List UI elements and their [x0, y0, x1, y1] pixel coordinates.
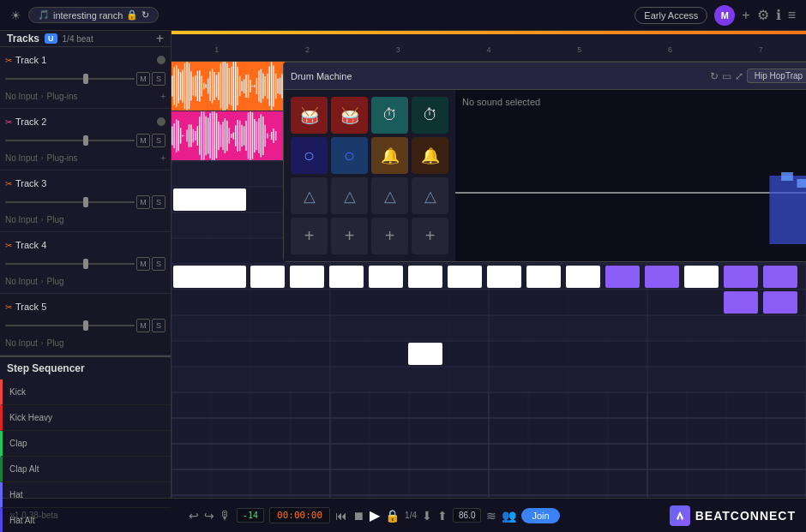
pad-bass1[interactable]: ○	[291, 137, 328, 174]
add-plugin-1[interactable]: +	[160, 92, 165, 101]
top-bar: ☀ 🎵 interesting ranch 🔒 ↻ Early Access M…	[0, 0, 806, 31]
mute-button-2[interactable]: M	[136, 134, 150, 147]
pad-cymbal1[interactable]: △	[291, 177, 328, 214]
fader-3[interactable]	[5, 201, 135, 203]
svg-rect-5	[182, 69, 183, 102]
svg-rect-13	[199, 70, 200, 102]
add-track-button[interactable]: +	[156, 31, 164, 46]
fader-4[interactable]	[5, 263, 135, 265]
plugin-label-5: Plug	[46, 338, 63, 348]
fader-1[interactable]	[5, 78, 135, 80]
solo-button-3[interactable]: S	[152, 195, 165, 209]
input-arrow-2[interactable]: ›	[41, 154, 44, 162]
svg-rect-308	[189, 124, 189, 147]
avatar[interactable]: M	[714, 5, 735, 26]
mute-button-1[interactable]: M	[136, 72, 150, 86]
track-fader-row-3: M S	[5, 194, 165, 210]
track-fader-row-5: M S	[5, 318, 165, 333]
settings-button[interactable]: ⚙	[757, 7, 769, 23]
solo-button-2[interactable]: S	[152, 134, 165, 147]
input-arrow-5[interactable]: ›	[41, 339, 44, 347]
pad-cymbal2[interactable]: △	[331, 177, 368, 214]
sun-icon: ☀	[10, 9, 21, 22]
mute-button-3[interactable]: M	[136, 195, 150, 209]
undo-button[interactable]: ↩	[189, 509, 199, 523]
input-arrow-1[interactable]: ›	[41, 93, 44, 100]
dm-refresh-icon[interactable]: ↻	[710, 70, 719, 82]
svg-rect-637	[408, 343, 442, 365]
time-display: 00:00:00	[269, 507, 330, 523]
pad-add-3[interactable]: +	[371, 218, 408, 254]
play-button[interactable]: ▶	[370, 507, 380, 523]
share-button[interactable]: ⬆	[437, 509, 448, 523]
svg-rect-633	[763, 266, 797, 288]
solo-button-5[interactable]: S	[152, 319, 165, 332]
svg-rect-49	[275, 74, 276, 99]
pad-add-4[interactable]: +	[412, 218, 448, 254]
rewind-button[interactable]: ⏮	[335, 509, 347, 523]
people-button[interactable]: 👥	[502, 509, 516, 523]
svg-rect-17	[208, 79, 208, 94]
svg-rect-1	[173, 68, 174, 105]
pad-hat2[interactable]: ⏱	[412, 97, 448, 134]
lock-button[interactable]: 🔒	[385, 509, 400, 523]
svg-rect-50	[277, 79, 278, 93]
input-label-1: No Input	[5, 92, 38, 101]
wave-button[interactable]: ≋	[486, 509, 496, 523]
svg-rect-37	[250, 80, 250, 93]
fader-5[interactable]	[5, 325, 135, 326]
svg-rect-342	[261, 115, 262, 158]
svg-rect-18	[209, 71, 210, 101]
pad-kick2[interactable]: 🥁	[331, 97, 368, 134]
input-arrow-3[interactable]: ›	[41, 216, 44, 224]
export-button[interactable]: ⬇	[422, 509, 432, 523]
pad-add-1[interactable]: +	[291, 218, 328, 254]
pad-perc1[interactable]: 🔔	[371, 137, 408, 174]
svg-rect-42	[261, 69, 262, 103]
mute-button-5[interactable]: M	[136, 319, 150, 332]
svg-rect-46	[268, 66, 269, 105]
add-plugin-2[interactable]: +	[160, 153, 165, 163]
dm-minimize-icon[interactable]: ▭	[722, 70, 731, 82]
bpm-display: 86.0	[453, 508, 481, 523]
track-fader-row-4: M S	[5, 256, 165, 272]
svg-rect-631	[684, 266, 719, 288]
svg-rect-31	[237, 67, 238, 105]
info-button[interactable]: ℹ	[776, 7, 781, 23]
dm-header: Drum Machine ↻ ▭ ⤢ Hip HopTrap ▼ › ✕	[284, 63, 806, 90]
mic-button[interactable]: 🎙	[220, 509, 232, 523]
menu-button[interactable]: ≡	[788, 8, 796, 23]
svg-rect-329	[233, 133, 234, 140]
pad-kick1[interactable]: 🥁	[291, 97, 328, 134]
svg-rect-336	[248, 112, 249, 158]
plugin-label-2: Plug-ins	[46, 153, 77, 163]
track-icon-5: ✂	[5, 302, 12, 312]
svg-rect-300	[171, 127, 172, 146]
svg-rect-629	[605, 266, 640, 288]
svg-rect-349	[275, 131, 276, 140]
project-tab[interactable]: 🎵 interesting ranch 🔒 ↻	[28, 7, 159, 23]
svg-rect-303	[177, 121, 178, 151]
svg-rect-323	[220, 124, 221, 146]
mute-button-4[interactable]: M	[136, 257, 150, 271]
input-arrow-4[interactable]: ›	[41, 278, 44, 285]
track-row1-2: ✂ Track 2	[5, 112, 165, 131]
pad-cymbal4[interactable]: △	[412, 177, 448, 214]
pad-perc2[interactable]: 🔔	[412, 137, 448, 174]
join-button[interactable]: Join	[521, 508, 559, 523]
solo-button-4[interactable]: S	[152, 257, 165, 271]
redo-button[interactable]: ↪	[204, 509, 214, 523]
pad-add-2[interactable]: +	[331, 218, 368, 254]
pad-hat1[interactable]: ⏱	[371, 97, 408, 134]
dm-expand-icon[interactable]: ⤢	[735, 70, 743, 82]
svg-rect-315	[203, 111, 204, 159]
add-button[interactable]: +	[742, 8, 749, 23]
early-access-button[interactable]: Early Access	[635, 7, 707, 24]
dm-preset[interactable]: Hip HopTrap ▼	[747, 69, 806, 83]
track-row1-3: ✂ Track 3	[5, 174, 165, 193]
solo-button-1[interactable]: S	[152, 72, 165, 86]
pad-bass2[interactable]: ○	[331, 137, 368, 174]
pad-cymbal3[interactable]: △	[371, 177, 408, 214]
fader-2[interactable]	[5, 140, 135, 141]
stop-button[interactable]: ⏹	[352, 509, 364, 523]
